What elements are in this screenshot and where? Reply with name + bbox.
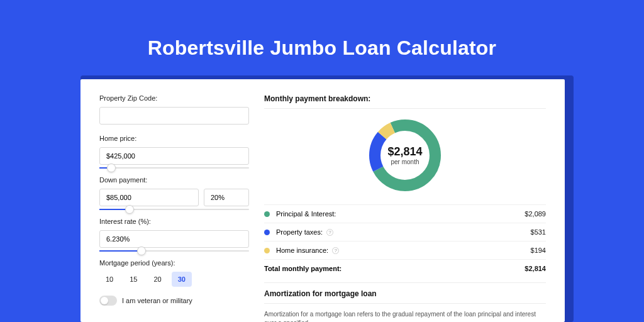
period-button-row: 10152030 bbox=[99, 272, 249, 287]
breakdown-header: Monthly payment breakdown: bbox=[264, 94, 546, 109]
down-payment-field-group: Down payment: bbox=[99, 176, 249, 210]
breakdown-column: Monthly payment breakdown: $2,814 per mo… bbox=[264, 94, 546, 322]
legend-value: $194 bbox=[531, 247, 546, 254]
legend-row: Property taxes:?$531 bbox=[264, 223, 546, 241]
down-payment-slider-thumb[interactable] bbox=[125, 205, 134, 214]
donut-chart: $2,814 per month bbox=[367, 118, 443, 193]
calculator-panel: Property Zip Code: Home price: Down paym… bbox=[80, 79, 565, 322]
input-column: Property Zip Code: Home price: Down paym… bbox=[99, 94, 249, 322]
donut-center-amount: $2,814 bbox=[387, 145, 422, 158]
home-price-label: Home price: bbox=[99, 135, 249, 142]
down-payment-label: Down payment: bbox=[99, 176, 249, 184]
legend-value: $531 bbox=[531, 228, 546, 236]
total-row: Total monthly payment: $2,814 bbox=[264, 259, 546, 277]
rate-slider-fill bbox=[99, 250, 142, 252]
info-icon[interactable]: ? bbox=[332, 247, 339, 254]
period-button-15[interactable]: 15 bbox=[123, 272, 143, 287]
amortization-body: Amortization for a mortgage loan refers … bbox=[264, 310, 546, 322]
period-button-30[interactable]: 30 bbox=[172, 272, 192, 287]
legend-label: Home insurance: bbox=[276, 247, 328, 254]
period-button-10[interactable]: 10 bbox=[99, 272, 119, 287]
page-title: Robertsville Jumbo Loan Calculator bbox=[0, 36, 644, 60]
rate-field-group: Interest rate (%): bbox=[99, 218, 249, 252]
zip-label: Property Zip Code: bbox=[99, 94, 249, 102]
down-payment-amount-input[interactable] bbox=[99, 189, 199, 206]
legend-row: Home insurance:?$194 bbox=[264, 241, 546, 259]
legend-dot-icon bbox=[264, 211, 270, 217]
home-price-slider-thumb[interactable] bbox=[107, 164, 116, 172]
veteran-toggle-label: I am veteran or military bbox=[122, 297, 192, 304]
legend-row: Principal & Interest:$2,089 bbox=[264, 204, 546, 223]
home-price-input[interactable] bbox=[99, 147, 249, 165]
rate-label: Interest rate (%): bbox=[99, 218, 249, 225]
legend-label: Principal & Interest: bbox=[276, 210, 336, 218]
home-price-field-group: Home price: bbox=[99, 135, 249, 169]
veteran-toggle-row: I am veteran or military bbox=[99, 296, 249, 306]
rate-input[interactable] bbox=[99, 230, 249, 248]
amortization-header: Amortization for mortgage loan bbox=[264, 282, 546, 304]
legend-dot-icon bbox=[264, 248, 270, 253]
home-price-slider[interactable] bbox=[99, 167, 249, 169]
period-field-group: Mortgage period (years): 10152030 bbox=[99, 259, 249, 287]
info-icon[interactable]: ? bbox=[326, 229, 333, 236]
legend-label: Property taxes: bbox=[276, 228, 323, 236]
total-label: Total monthly payment: bbox=[264, 265, 341, 272]
donut-center-sub: per month bbox=[391, 158, 419, 165]
veteran-toggle[interactable] bbox=[99, 296, 117, 306]
zip-field-group: Property Zip Code: bbox=[99, 94, 249, 125]
period-button-20[interactable]: 20 bbox=[148, 272, 168, 287]
legend-dot-icon bbox=[264, 230, 270, 235]
down-payment-slider[interactable] bbox=[99, 209, 249, 210]
down-payment-percent-input[interactable] bbox=[204, 189, 249, 206]
zip-input[interactable] bbox=[99, 107, 249, 125]
legend-value: $2,089 bbox=[525, 210, 546, 218]
period-label: Mortgage period (years): bbox=[99, 259, 249, 267]
rate-slider-thumb[interactable] bbox=[137, 247, 146, 255]
rate-slider[interactable] bbox=[99, 250, 249, 252]
donut-center: $2,814 per month bbox=[367, 118, 443, 193]
breakdown-legend: Principal & Interest:$2,089Property taxe… bbox=[264, 204, 546, 259]
donut-chart-wrap: $2,814 per month bbox=[264, 118, 546, 193]
total-value: $2,814 bbox=[525, 265, 546, 272]
